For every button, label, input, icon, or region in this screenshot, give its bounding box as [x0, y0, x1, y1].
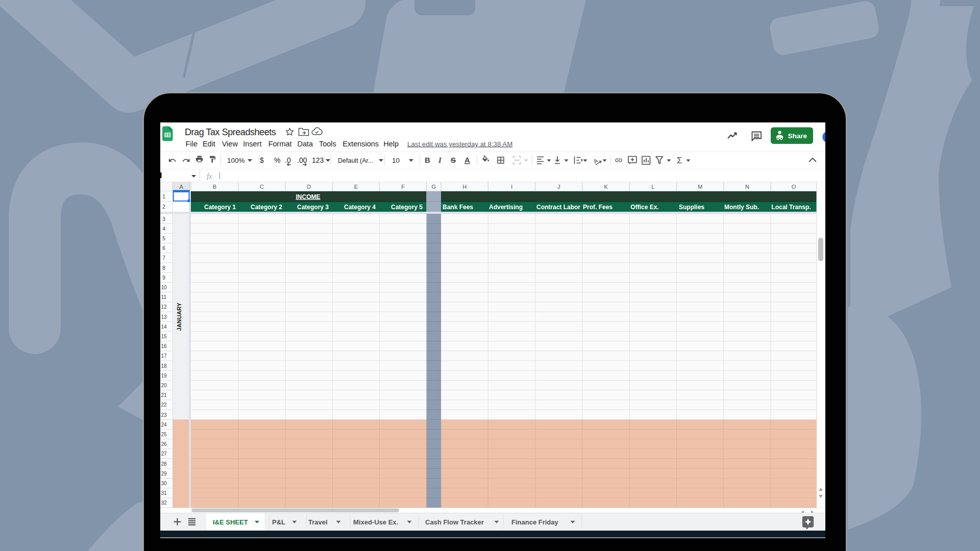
svg-text:100%: 100%	[227, 157, 245, 164]
svg-text:G: G	[432, 184, 436, 190]
svg-text:Σ: Σ	[677, 156, 682, 165]
svg-text:.0: .0	[285, 156, 291, 164]
svg-text:P&L: P&L	[272, 518, 285, 526]
svg-text:123: 123	[312, 156, 324, 164]
svg-text:18: 18	[161, 363, 167, 369]
svg-text:Prof. Fees: Prof. Fees	[583, 204, 612, 211]
svg-text:.00: .00	[297, 156, 307, 164]
svg-text:Supplies: Supplies	[679, 204, 704, 211]
svg-text:L: L	[651, 184, 654, 190]
svg-text:10: 10	[161, 285, 167, 290]
svg-text:21: 21	[161, 392, 167, 398]
svg-text:I: I	[438, 156, 442, 164]
svg-text:Contract Labor: Contract Labor	[536, 204, 580, 211]
svg-text:3: 3	[162, 216, 165, 222]
svg-text:26: 26	[161, 441, 167, 447]
svg-text:A: A	[464, 156, 470, 164]
svg-text:Category 5: Category 5	[391, 204, 423, 211]
svg-text:32: 32	[161, 500, 167, 506]
svg-text:4: 4	[162, 226, 165, 232]
svg-text:10: 10	[392, 157, 400, 164]
svg-text:M: M	[698, 184, 702, 190]
svg-text:K: K	[604, 184, 608, 190]
svg-text:D: D	[307, 184, 311, 190]
svg-text:Bank Fees: Bank Fees	[443, 204, 473, 211]
svg-text:F: F	[401, 184, 405, 190]
svg-text:Advertising: Advertising	[489, 204, 523, 211]
svg-text:J: J	[557, 184, 560, 190]
svg-text:I: I	[511, 184, 512, 190]
svg-text:12: 12	[161, 304, 167, 310]
svg-text:Office Ex.: Office Ex.	[630, 204, 658, 211]
svg-text:File: File	[186, 140, 198, 148]
svg-text:16: 16	[161, 343, 167, 349]
svg-text:1: 1	[162, 194, 165, 199]
svg-text:Cash Flow Tracker: Cash Flow Tracker	[425, 518, 484, 526]
svg-text:$: $	[260, 156, 264, 164]
svg-text:Data: Data	[298, 140, 314, 148]
svg-text:19: 19	[161, 373, 167, 379]
svg-text:22: 22	[161, 402, 167, 408]
svg-text:Default (Ar...: Default (Ar...	[338, 157, 373, 164]
svg-text:Help: Help	[383, 140, 399, 148]
svg-text:Insert: Insert	[243, 140, 261, 148]
svg-text:Montly Sub.: Montly Sub.	[724, 204, 759, 211]
svg-text:11: 11	[161, 294, 167, 300]
svg-text:E: E	[354, 184, 358, 190]
svg-text:Format: Format	[268, 140, 292, 148]
svg-text:I&E SHEET: I&E SHEET	[213, 518, 248, 526]
svg-text:H: H	[462, 184, 467, 190]
svg-text:25: 25	[161, 432, 167, 437]
svg-text:Extensions: Extensions	[342, 140, 379, 148]
svg-text:29: 29	[161, 471, 167, 477]
svg-text:8: 8	[162, 265, 165, 271]
svg-text:Drag Tax Spreadsheets: Drag Tax Spreadsheets	[185, 127, 276, 137]
svg-text:Share: Share	[788, 132, 807, 140]
svg-text:Edit: Edit	[203, 140, 215, 148]
svg-text:13: 13	[161, 314, 167, 320]
svg-text:31: 31	[161, 490, 167, 496]
svg-text:7: 7	[162, 255, 165, 261]
svg-text:A: A	[179, 184, 183, 190]
svg-text:C: C	[260, 184, 264, 190]
svg-text:fx: fx	[207, 172, 212, 180]
svg-text:Tools: Tools	[319, 140, 336, 148]
svg-text:24: 24	[161, 422, 167, 428]
svg-text:14: 14	[161, 324, 167, 330]
svg-text:Category 3: Category 3	[297, 204, 329, 211]
svg-text:9: 9	[162, 275, 165, 281]
svg-text:6: 6	[162, 245, 165, 251]
svg-text:27: 27	[161, 451, 167, 457]
svg-text:B: B	[425, 156, 430, 164]
svg-text:S: S	[451, 156, 456, 164]
svg-text:Category 2: Category 2	[251, 204, 282, 211]
svg-text:15: 15	[161, 334, 167, 339]
svg-text:30: 30	[161, 481, 167, 486]
svg-text:%: %	[274, 156, 280, 164]
svg-text:Category 4: Category 4	[344, 204, 376, 211]
svg-text:28: 28	[161, 461, 167, 467]
svg-text:17: 17	[161, 353, 167, 359]
svg-text:Last edit was yesterday at 8:3: Last edit was yesterday at 8:38 AM	[407, 140, 512, 148]
svg-text:INCOME: INCOME	[296, 193, 321, 201]
svg-text:Travel: Travel	[308, 518, 328, 526]
svg-text:View: View	[222, 140, 238, 148]
svg-text:20: 20	[161, 383, 167, 388]
svg-text:5: 5	[162, 236, 165, 241]
svg-text:23: 23	[161, 412, 167, 418]
svg-text:O: O	[792, 184, 796, 190]
svg-text:JANUARY: JANUARY	[176, 303, 182, 331]
svg-text:Mixed-Use Ex.: Mixed-Use Ex.	[353, 518, 398, 526]
svg-text:2: 2	[162, 204, 165, 210]
svg-text:N: N	[745, 184, 749, 190]
svg-text:B: B	[213, 184, 216, 190]
svg-text:Local Transp.: Local Transp.	[771, 204, 811, 211]
svg-text:Category 1: Category 1	[204, 204, 236, 211]
svg-text:Finance Friday: Finance Friday	[511, 518, 559, 526]
